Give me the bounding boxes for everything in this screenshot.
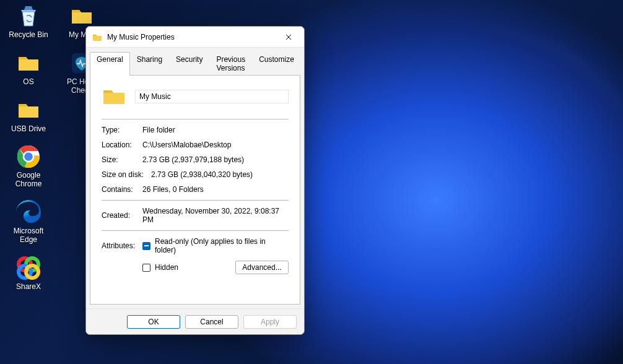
sharex-label: ShareX [16, 283, 41, 292]
separator [102, 119, 289, 119]
size-row: Size: 2.73 GB (2,937,979,188 bytes) [102, 155, 289, 164]
size-on-disk-value: 2.73 GB (2,938,040,320 bytes) [151, 170, 253, 179]
chrome-label: Google Chrome [7, 171, 50, 189]
tab-general[interactable]: General [90, 52, 130, 76]
ok-button[interactable]: OK [127, 315, 180, 329]
separator [102, 200, 289, 201]
attributes-row: Attributes: Read-only (Only applies to f… [102, 237, 289, 254]
folder-name-input[interactable] [135, 90, 289, 103]
size-on-disk-row: Size on disk: 2.73 GB (2,938,040,320 byt… [102, 170, 289, 179]
name-row [102, 84, 289, 109]
recycle-bin-icon [16, 4, 41, 28]
tab-customize[interactable]: Customize [252, 52, 301, 76]
edge-icon [16, 200, 41, 225]
usb-folder[interactable]: USB Drive [7, 98, 50, 134]
close-button[interactable] [276, 28, 302, 46]
tab-sharing[interactable]: Sharing [130, 52, 169, 76]
hidden-checkbox[interactable] [142, 264, 150, 272]
contains-row: Contains: 26 Files, 0 Folders [102, 185, 289, 194]
recycle-bin-label: Recycle Bin [9, 31, 48, 40]
dialog-footer: OK Cancel Apply [86, 308, 304, 334]
advanced-wrap: Advanced... [235, 261, 289, 274]
tab-security[interactable]: Security [169, 52, 209, 76]
readonly-checkbox[interactable] [142, 242, 150, 250]
created-row: Created: Wednesday, November 30, 2022, 9… [102, 207, 289, 224]
hidden-row: Hidden Advanced... [102, 261, 289, 274]
cancel-button[interactable]: Cancel [185, 315, 238, 329]
size-label: Size: [102, 155, 142, 164]
sharex-icon [16, 256, 41, 280]
os-folder-label: OS [23, 78, 33, 87]
folder-icon [16, 98, 41, 123]
folder-icon [92, 32, 102, 42]
apply-button[interactable]: Apply [243, 315, 297, 329]
google-chrome[interactable]: Google Chrome [7, 144, 50, 189]
hidden-label: Hidden [155, 263, 178, 272]
attributes-label: Attributes: [102, 241, 142, 250]
contains-label: Contains: [102, 185, 142, 194]
location-label: Location: [102, 141, 142, 149]
location-row: Location: C:\Users\Malobae\Desktop [102, 141, 289, 149]
folder-icon [102, 84, 126, 109]
created-label: Created: [102, 211, 142, 220]
tab-body-general: Type: File folder Location: C:\Users\Mal… [90, 75, 300, 305]
tab-previous-versions[interactable]: Previous Versions [209, 52, 252, 76]
advanced-button[interactable]: Advanced... [235, 261, 289, 274]
close-icon [285, 34, 292, 40]
location-value: C:\Users\Malobae\Desktop [142, 141, 231, 149]
readonly-label: Read-only (Only applies to files in fold… [155, 237, 289, 254]
desktop-col-1: Recycle Bin OS USB Drive Google Chrome M… [7, 4, 50, 291]
folder-icon [16, 51, 41, 76]
chrome-icon [16, 144, 41, 169]
os-folder[interactable]: OS [7, 51, 50, 87]
contains-value: 26 Files, 0 Folders [142, 185, 204, 194]
type-label: Type: [102, 126, 142, 134]
size-value: 2.73 GB (2,937,979,188 bytes) [142, 155, 244, 164]
usb-folder-label: USB Drive [11, 125, 46, 134]
type-value: File folder [142, 126, 175, 134]
recycle-bin[interactable]: Recycle Bin [7, 4, 50, 40]
microsoft-edge[interactable]: Microsoft Edge [7, 200, 50, 245]
separator [102, 230, 289, 231]
edge-label: Microsoft Edge [7, 227, 50, 245]
properties-dialog: My Music Properties General Sharing Secu… [85, 26, 305, 335]
dialog-title: My Music Properties [107, 33, 276, 41]
created-value: Wednesday, November 30, 2022, 9:08:37 PM [142, 207, 289, 224]
size-on-disk-label: Size on disk: [102, 170, 151, 179]
sharex[interactable]: ShareX [7, 256, 50, 292]
type-row: Type: File folder [102, 126, 289, 134]
tabs: General Sharing Security Previous Versio… [86, 48, 304, 75]
folder-icon [69, 4, 94, 28]
titlebar[interactable]: My Music Properties [86, 27, 304, 48]
